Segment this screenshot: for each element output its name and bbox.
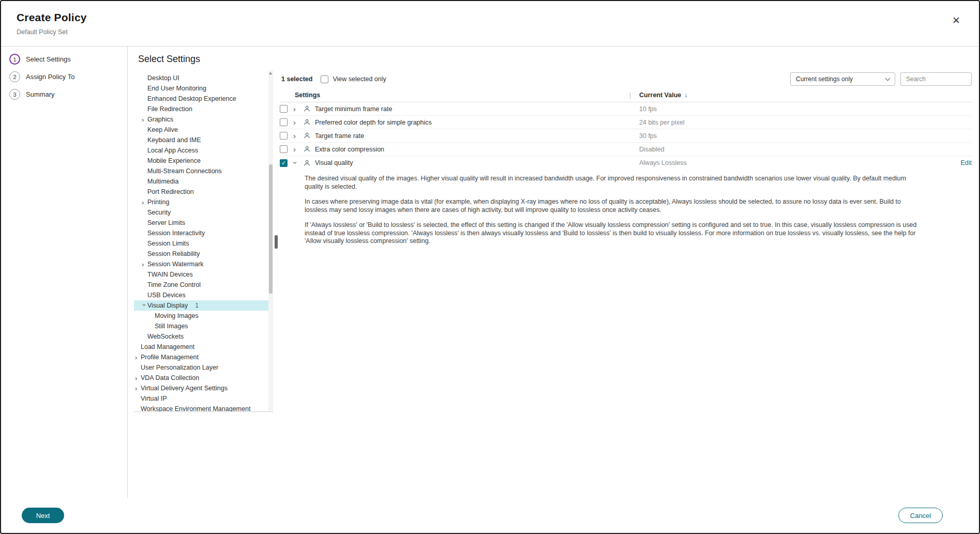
chevron-right-icon[interactable]: › [142,261,147,268]
chevron-down-icon [885,76,891,81]
setting-row[interactable]: ›Visual qualityAlways LosslessEdit [280,156,972,170]
chevron-right-icon[interactable]: › [293,118,298,126]
category-item[interactable]: Session Reliability [134,249,268,259]
setting-name: Visual quality [315,159,639,166]
next-button[interactable]: Next [22,508,64,523]
category-item[interactable]: WebSockets [134,331,268,342]
chevron-right-icon[interactable]: › [293,105,298,113]
user-setting-icon [304,132,315,139]
row-checkbox[interactable] [280,132,288,140]
chevron-right-icon[interactable]: › [142,116,147,123]
description-paragraph: The desired visual quality of the images… [305,175,917,191]
splitter-handle[interactable] [275,235,278,249]
category-item[interactable]: ›Session Watermark [134,259,268,269]
category-item[interactable]: Keep Alive [134,125,268,135]
step-select-settings[interactable]: 1Select Settings [1,51,127,68]
category-item[interactable]: User Personalization Layer [134,362,268,373]
category-item[interactable]: Workspace Environment Management [134,404,268,411]
settings-filter-dropdown[interactable]: Current settings only [790,72,895,86]
row-checkbox[interactable] [280,145,288,153]
category-item[interactable]: ›Printing [134,197,268,207]
view-selected-checkbox[interactable] [321,75,328,83]
category-item[interactable]: USB Devices [134,290,268,300]
category-item[interactable]: Moving Images [134,311,268,321]
chevron-right-icon[interactable]: › [293,145,298,153]
category-item[interactable]: Load Management [134,342,268,352]
category-item[interactable]: ›VDA Data Collection [134,373,268,383]
chevron-right-icon[interactable]: › [135,375,141,382]
chevron-right-icon[interactable]: › [135,385,141,392]
setting-description: The desired visual quality of the images… [280,170,972,254]
search-input[interactable] [900,72,972,86]
category-item[interactable]: ›Profile Management [134,352,268,362]
category-item[interactable]: Time Zone Control [134,280,268,290]
setting-current-value: 24 bits per pixel [639,119,945,126]
category-label: Visual Display [147,302,188,309]
scrollbar-thumb[interactable] [269,164,273,294]
settings-toolbar: 1 selected View selected only Current se… [280,70,972,88]
current-value-label: Current Value [639,91,681,99]
step-assign-policy-to[interactable]: 2Assign Policy To [1,68,127,85]
dialog-header: Create Policy Default Policy Set ✕ [1,1,979,47]
setting-row[interactable]: ›Target frame rate30 fps [280,129,972,143]
chevron-right-icon[interactable]: › [293,132,298,140]
category-scrollbar[interactable] [268,70,273,411]
step-summary[interactable]: 3Summary [1,86,127,103]
category-item[interactable]: Session Interactivity [134,228,268,238]
dialog-footer: Next Cancel [1,498,979,533]
category-item[interactable]: Virtual IP [134,393,268,404]
category-item[interactable]: Multimedia [134,176,268,187]
category-item[interactable]: Enhanced Desktop Experience [134,94,268,104]
policy-set-subtitle: Default Policy Set [17,28,964,36]
category-list: Desktop UIEnd User MonitoringEnhanced De… [134,70,268,411]
step-number: 1 [9,54,20,65]
scroll-up-icon[interactable] [269,72,272,74]
row-checkbox-checked[interactable] [280,159,288,167]
category-item[interactable]: Security [134,207,268,218]
row-checkbox[interactable] [280,118,288,126]
setting-row[interactable]: ›Preferred color depth for simple graphi… [280,116,972,129]
row-checkbox[interactable] [280,105,288,113]
section-heading: Select Settings [128,47,979,70]
cancel-button[interactable]: Cancel [898,508,943,523]
edit-link[interactable]: Edit [945,159,972,166]
category-item[interactable]: ›Virtual Delivery Agent Settings [134,383,268,393]
category-item[interactable]: ›Visual Display1 [134,300,268,311]
category-item[interactable]: ›Graphics [134,114,268,125]
category-item[interactable]: Desktop UI [134,73,268,83]
setting-name: Preferred color depth for simple graphic… [315,119,639,126]
sort-descending-icon[interactable]: ↓ [684,91,687,99]
chevron-down-icon[interactable]: › [292,161,299,166]
category-item[interactable]: Multi-Stream Connections [134,166,268,176]
content-area: Select Settings Desktop UIEnd User Monit… [128,47,979,498]
page-title: Create Policy [17,11,964,24]
category-item[interactable]: Session Limits [134,238,268,249]
chevron-right-icon[interactable]: › [135,354,141,361]
user-setting-icon [304,119,315,126]
pane-splitter[interactable] [273,70,280,498]
category-label: Still Images [155,323,188,330]
category-item[interactable]: Still Images [134,321,268,331]
settings-rows: ›Target minimum frame rate10 fps›Preferr… [280,102,972,254]
setting-row[interactable]: ›Extra color compressionDisabled [280,143,972,156]
chevron-right-icon[interactable]: › [142,199,147,206]
close-icon[interactable]: ✕ [951,14,961,26]
category-item[interactable]: End User Monitoring [134,83,268,94]
category-label: User Personalization Layer [141,364,218,371]
category-item[interactable]: Mobile Experience [134,156,268,166]
setting-current-value: Always Lossless [639,159,945,166]
category-item[interactable]: Keyboard and IME [134,135,268,145]
view-selected-only[interactable]: View selected only [321,75,386,83]
category-item[interactable]: Local App Access [134,145,268,156]
category-item[interactable]: Port Redirection [134,187,268,197]
setting-row[interactable]: ›Target minimum frame rate10 fps [280,102,972,116]
category-item[interactable]: Server Limits [134,218,268,228]
chevron-down-icon[interactable]: › [141,303,148,309]
category-item[interactable]: File Redirection [134,104,268,114]
step-label: Select Settings [26,55,71,63]
category-label: Moving Images [155,312,199,319]
column-header-settings[interactable]: Settings [280,91,320,99]
column-header-current-value[interactable]: Current Value ↓ [639,91,687,99]
category-item[interactable]: TWAIN Devices [134,269,268,280]
description-paragraph: In cases where preserving image data is … [305,198,917,214]
